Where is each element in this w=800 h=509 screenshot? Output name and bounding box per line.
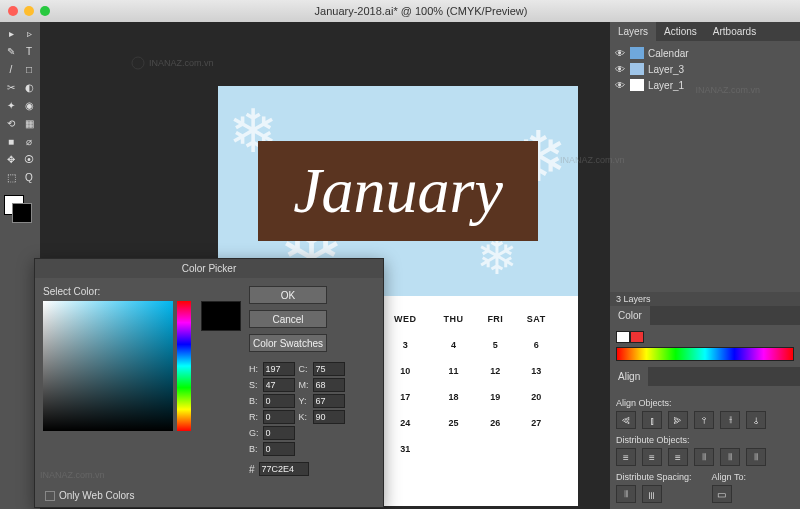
tool-button[interactable]: ◉ <box>20 96 38 114</box>
visibility-icon[interactable]: 👁 <box>614 48 626 59</box>
tool-button[interactable]: ✎ <box>2 42 20 60</box>
k-input[interactable] <box>313 410 345 424</box>
color-swatches[interactable] <box>2 193 38 225</box>
layer-color-swatch <box>630 63 644 75</box>
maximize-window-button[interactable] <box>40 6 50 16</box>
layer-row[interactable]: 👁 Calendar <box>614 45 796 61</box>
align-vcenter-button[interactable]: ⫲ <box>720 411 740 429</box>
distribute-vcenter-button[interactable]: ≡ <box>642 448 662 466</box>
c-label: C: <box>299 364 309 374</box>
bch-input[interactable] <box>263 442 295 456</box>
tool-button[interactable]: ✥ <box>2 150 20 168</box>
layer-row[interactable]: 👁 Layer_1 <box>614 77 796 93</box>
right-panels: Layers Actions Artboards 👁 Calendar👁 Lay… <box>610 22 800 509</box>
distribute-vspacing-button[interactable]: ⫴ <box>616 485 636 503</box>
tool-button[interactable]: ▹ <box>20 24 38 42</box>
tool-button[interactable]: ⬚ <box>2 168 20 186</box>
document-title: January-2018.ai* @ 100% (CMYK/Preview) <box>50 5 792 17</box>
tab-color[interactable]: Color <box>610 306 650 325</box>
layer-row[interactable]: 👁 Layer_3 <box>614 61 796 77</box>
tool-button[interactable]: ⟲ <box>2 114 20 132</box>
align-right-button[interactable]: ⫸ <box>668 411 688 429</box>
minimize-window-button[interactable] <box>24 6 34 16</box>
g-input[interactable] <box>263 426 295 440</box>
c-input[interactable] <box>313 362 345 376</box>
m-input[interactable] <box>313 378 345 392</box>
day-header: THU <box>431 306 477 332</box>
k-label: K: <box>299 412 309 422</box>
only-web-colors-checkbox[interactable] <box>45 491 55 501</box>
tool-button[interactable]: ⌀ <box>20 132 38 150</box>
r-input[interactable] <box>263 410 295 424</box>
distribute-left-button[interactable]: ⦀ <box>694 448 714 466</box>
close-window-button[interactable] <box>8 6 18 16</box>
mini-stroke-swatch[interactable] <box>630 331 644 343</box>
distribute-spacing-label: Distribute Spacing: <box>616 472 692 482</box>
b-label: B: <box>249 396 259 406</box>
tool-button[interactable]: ▦ <box>20 114 38 132</box>
h-input[interactable] <box>263 362 295 376</box>
day-cell: 26 <box>476 410 514 436</box>
color-picker-dialog[interactable]: Color Picker Select Color: OK Cancel Col… <box>34 258 384 508</box>
align-objects-label: Align Objects: <box>616 398 794 408</box>
align-left-button[interactable]: ⫷ <box>616 411 636 429</box>
tool-button[interactable]: □ <box>20 60 38 78</box>
b-input[interactable] <box>263 394 295 408</box>
tool-button[interactable]: ✂ <box>2 78 20 96</box>
tool-button[interactable]: ◐ <box>20 78 38 96</box>
hex-label: # <box>249 464 255 475</box>
m-label: M: <box>299 380 309 390</box>
month-title: January <box>293 154 503 228</box>
align-hcenter-button[interactable]: ⫿ <box>642 411 662 429</box>
tool-button[interactable]: Q <box>20 168 38 186</box>
hue-slider[interactable] <box>177 301 191 431</box>
align-to-label: Align To: <box>712 472 746 482</box>
distribute-hspacing-button[interactable]: ⫼ <box>642 485 662 503</box>
y-label: Y: <box>299 396 309 406</box>
visibility-icon[interactable]: 👁 <box>614 64 626 75</box>
hex-input[interactable] <box>259 462 309 476</box>
g-label: G: <box>249 428 259 438</box>
layer-color-swatch <box>630 47 644 59</box>
tab-layers[interactable]: Layers <box>610 22 656 41</box>
cancel-button[interactable]: Cancel <box>249 310 327 328</box>
tool-button[interactable]: T <box>20 42 38 60</box>
hue-strip[interactable] <box>616 347 794 361</box>
distribute-hcenter-button[interactable]: ⦀ <box>720 448 740 466</box>
day-cell: 19 <box>476 384 514 410</box>
month-title-box: January <box>258 141 538 241</box>
tool-button[interactable]: ✦ <box>2 96 20 114</box>
saturation-value-field[interactable] <box>43 301 173 431</box>
select-color-label: Select Color: <box>43 286 241 297</box>
tool-button[interactable]: / <box>2 60 20 78</box>
s-input[interactable] <box>263 378 295 392</box>
day-cell: 5 <box>476 332 514 358</box>
day-header: FRI <box>476 306 514 332</box>
only-web-colors-label: Only Web Colors <box>59 490 134 501</box>
tab-align[interactable]: Align <box>610 367 648 386</box>
distribute-right-button[interactable]: ⦀ <box>746 448 766 466</box>
align-to-button[interactable]: ▭ <box>712 485 732 503</box>
s-label: S: <box>249 380 259 390</box>
mini-fill-swatch[interactable] <box>616 331 630 343</box>
tab-actions[interactable]: Actions <box>656 22 705 41</box>
tool-button[interactable]: ⦿ <box>20 150 38 168</box>
align-top-button[interactable]: ⫯ <box>694 411 714 429</box>
tab-artboards[interactable]: Artboards <box>705 22 764 41</box>
day-cell: 3 <box>380 332 431 358</box>
visibility-icon[interactable]: 👁 <box>614 80 626 91</box>
day-cell: 12 <box>476 358 514 384</box>
tool-button[interactable]: ■ <box>2 132 20 150</box>
stroke-swatch[interactable] <box>12 203 32 223</box>
y-input[interactable] <box>313 394 345 408</box>
h-label: H: <box>249 364 259 374</box>
distribute-top-button[interactable]: ≡ <box>616 448 636 466</box>
color-swatches-button[interactable]: Color Swatches <box>249 334 327 352</box>
distribute-bottom-button[interactable]: ≡ <box>668 448 688 466</box>
align-bottom-button[interactable]: ⫰ <box>746 411 766 429</box>
day-cell: 20 <box>514 384 558 410</box>
tool-button[interactable]: ▸ <box>2 24 20 42</box>
day-cell: 6 <box>514 332 558 358</box>
day-cell: 27 <box>514 410 558 436</box>
ok-button[interactable]: OK <box>249 286 327 304</box>
